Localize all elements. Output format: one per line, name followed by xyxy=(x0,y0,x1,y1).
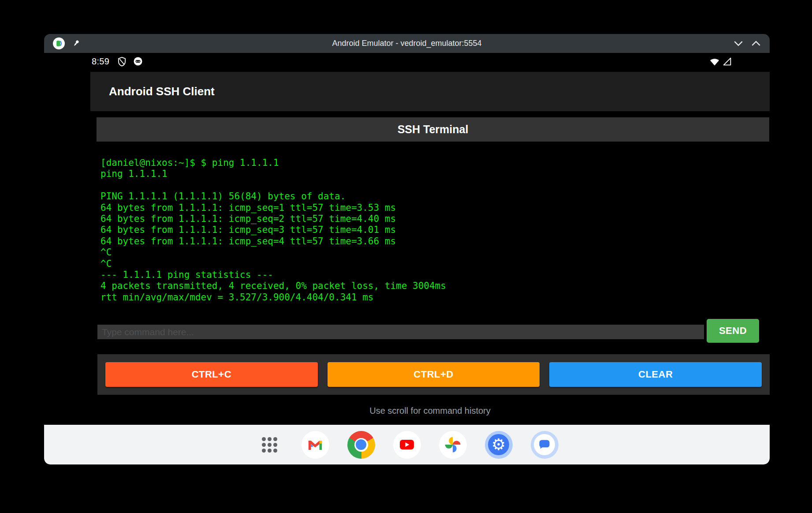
gear-icon: ⚙ xyxy=(492,437,506,453)
window-titlebar[interactable]: Android Emulator - vedroid_emulator:5554 xyxy=(44,34,770,53)
chat-bubble-glyph xyxy=(538,438,551,451)
youtube-icon[interactable] xyxy=(393,431,421,459)
scroll-hint: Use scroll for command history xyxy=(90,406,770,416)
app-header: Android SSH Client xyxy=(90,72,770,111)
ctrl-d-button[interactable]: CTRL+D xyxy=(328,362,540,387)
status-right-icons xyxy=(709,57,732,66)
emulator-logo-icon xyxy=(55,40,63,47)
android-screen: 8:59 xyxy=(44,53,770,464)
app-drawer-icon[interactable] xyxy=(256,431,283,459)
send-button[interactable]: SEND xyxy=(707,319,759,343)
privacy-indicator-icon xyxy=(133,56,143,66)
app-title: Android SSH Client xyxy=(109,85,215,98)
settings-icon[interactable]: ⚙ xyxy=(485,431,513,459)
pin-icon[interactable] xyxy=(72,39,80,48)
ctrl-c-button[interactable]: CTRL+C xyxy=(105,362,318,387)
gmail-m-glyph xyxy=(307,438,324,451)
emulator-app-icon xyxy=(53,37,65,49)
terminal-header: SSH Terminal xyxy=(97,117,769,142)
gmail-icon[interactable] xyxy=(302,431,329,459)
google-photos-icon[interactable] xyxy=(439,431,467,459)
chevron-up-icon[interactable] xyxy=(751,41,761,46)
cell-signal-icon xyxy=(722,57,732,66)
settings-inner-circle: ⚙ xyxy=(488,434,509,455)
status-bar: 8:59 xyxy=(44,53,770,70)
chevron-down-icon[interactable] xyxy=(734,41,743,46)
clock: 8:59 xyxy=(92,56,109,67)
messages-icon[interactable] xyxy=(531,431,559,459)
terminal-title: SSH Terminal xyxy=(398,123,469,136)
control-button-strip: CTRL+C CTRL+D CLEAR xyxy=(97,354,770,395)
dock: ⚙ xyxy=(44,425,770,464)
clear-button[interactable]: CLEAR xyxy=(549,362,762,387)
chrome-icon[interactable] xyxy=(347,431,375,459)
status-left-icons xyxy=(117,56,143,67)
messages-inner-circle xyxy=(534,434,555,455)
wifi-icon xyxy=(709,57,720,66)
desktop: Android Emulator - vedroid_emulator:5554 xyxy=(0,0,812,513)
window-title: Android Emulator - vedroid_emulator:5554 xyxy=(332,39,481,48)
terminal-output[interactable]: [daniel@nixos:~]$ $ ping 1.1.1.1ping 1.1… xyxy=(101,157,717,310)
command-input[interactable] xyxy=(97,325,704,339)
shield-icon xyxy=(117,56,127,67)
photos-pinwheel-glyph xyxy=(443,435,462,454)
youtube-play-glyph xyxy=(399,439,414,450)
grid-dots xyxy=(262,437,277,453)
window-controls xyxy=(734,41,761,46)
emulator-window: Android Emulator - vedroid_emulator:5554 xyxy=(44,34,770,464)
